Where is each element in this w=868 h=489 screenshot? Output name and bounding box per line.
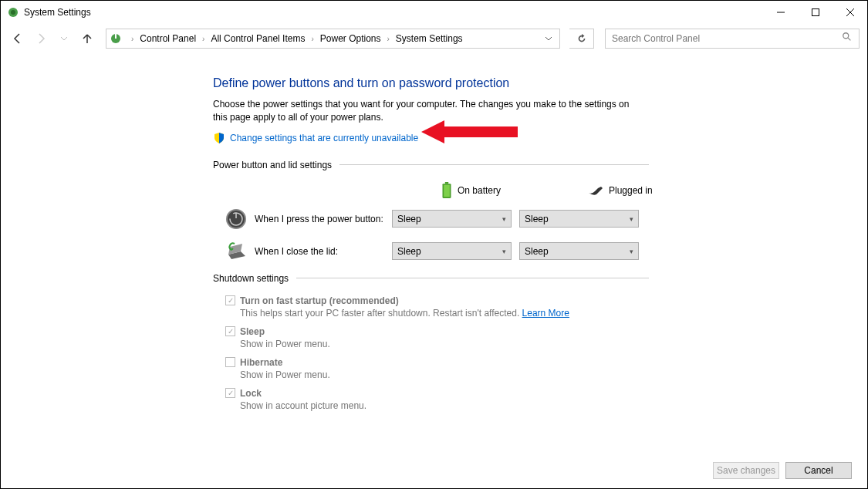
col-on-battery: On battery	[441, 182, 510, 199]
settings-icon	[7, 6, 19, 19]
breadcrumb-item[interactable]: System Settings	[394, 33, 464, 44]
search-icon	[842, 32, 853, 46]
save-button: Save changes	[713, 462, 779, 479]
svg-rect-7	[115, 34, 117, 39]
shield-icon	[213, 132, 225, 144]
chevron-down-icon: ▾	[502, 215, 506, 223]
chevron-right-icon: ›	[198, 35, 209, 43]
row-label: When I close the lid:	[255, 246, 392, 257]
shutdown-item-hibernate: Hibernate Show in Power menu.	[225, 357, 657, 380]
page-heading: Define power buttons and turn on passwor…	[213, 76, 657, 90]
chevron-down-icon: ▾	[630, 248, 633, 255]
power-button-icon	[225, 208, 247, 230]
shutdown-item-lock: ✓ Lock Show in account picture menu.	[225, 388, 657, 411]
section-shutdown-label: Shutdown settings	[213, 273, 649, 284]
select-power-battery[interactable]: Sleep▾	[392, 210, 512, 228]
laptop-lid-icon	[225, 241, 247, 262]
up-button[interactable]	[78, 29, 96, 48]
breadcrumb-item[interactable]: Power Options	[319, 33, 383, 44]
chevron-down-icon: ▾	[502, 248, 506, 255]
page-description: Choose the power settings that you want …	[213, 98, 645, 124]
column-headers: On battery Plugged in	[394, 182, 657, 199]
svg-rect-10	[445, 182, 448, 184]
breadcrumb-item[interactable]: Control Panel	[138, 33, 198, 44]
shutdown-item-sleep: ✓ Sleep Show in Power menu.	[225, 326, 657, 349]
svg-line-9	[848, 38, 851, 41]
chevron-down-icon: ▾	[630, 215, 633, 223]
address-dropdown-button[interactable]	[541, 35, 556, 42]
svg-point-1	[11, 10, 15, 15]
checkbox-lock: ✓	[225, 388, 235, 398]
close-button[interactable]	[833, 1, 867, 24]
forward-button[interactable]	[32, 29, 50, 48]
address-bar[interactable]: › Control Panel › All Control Panel Item…	[106, 29, 560, 49]
battery-icon	[441, 182, 453, 199]
breadcrumb-item[interactable]: All Control Panel Items	[209, 33, 306, 44]
svg-rect-12	[444, 184, 450, 196]
footer-buttons: Save changes Cancel	[713, 462, 852, 479]
minimize-button[interactable]	[763, 1, 798, 24]
select-lid-battery[interactable]: Sleep▾	[392, 242, 512, 260]
search-input[interactable]	[612, 33, 842, 44]
row-close-lid: When I close the lid: Sleep▾ Sleep▾	[225, 241, 657, 262]
content-area: Define power buttons and turn on passwor…	[1, 53, 657, 411]
svg-point-8	[843, 33, 849, 39]
back-button[interactable]	[8, 29, 27, 48]
window-title: System Settings	[24, 7, 861, 18]
chevron-right-icon: ›	[383, 35, 394, 43]
change-settings-link[interactable]: Change settings that are currently unava…	[213, 132, 657, 144]
cancel-button[interactable]: Cancel	[785, 462, 852, 479]
svg-rect-3	[812, 9, 819, 16]
shutdown-item-fast-startup: ✓ Turn on fast startup (recommended) Thi…	[225, 295, 657, 319]
chevron-right-icon: ›	[127, 35, 138, 43]
plug-icon	[587, 185, 604, 196]
maximize-button[interactable]	[798, 1, 833, 24]
row-label: When I press the power button:	[255, 214, 392, 224]
learn-more-link[interactable]: Learn More	[522, 308, 569, 319]
row-power-button: When I press the power button: Sleep▾ Sl…	[225, 208, 657, 230]
change-settings-link-text: Change settings that are currently unava…	[230, 133, 418, 143]
power-options-icon	[110, 32, 122, 45]
checkbox-fast-startup: ✓	[225, 295, 235, 305]
checkbox-hibernate	[225, 357, 235, 367]
toolbar: › Control Panel › All Control Panel Item…	[1, 24, 867, 53]
refresh-button[interactable]	[569, 29, 594, 49]
titlebar: System Settings	[1, 1, 867, 24]
section-power-button-label: Power button and lid settings	[213, 160, 649, 170]
recent-dropdown[interactable]	[55, 29, 73, 48]
search-box[interactable]	[605, 29, 860, 49]
select-power-plugged[interactable]: Sleep▾	[519, 210, 639, 228]
chevron-right-icon: ›	[306, 35, 318, 43]
col-plugged-in: Plugged in	[587, 182, 657, 199]
checkbox-sleep: ✓	[225, 326, 235, 336]
select-lid-plugged[interactable]: Sleep▾	[519, 242, 639, 260]
